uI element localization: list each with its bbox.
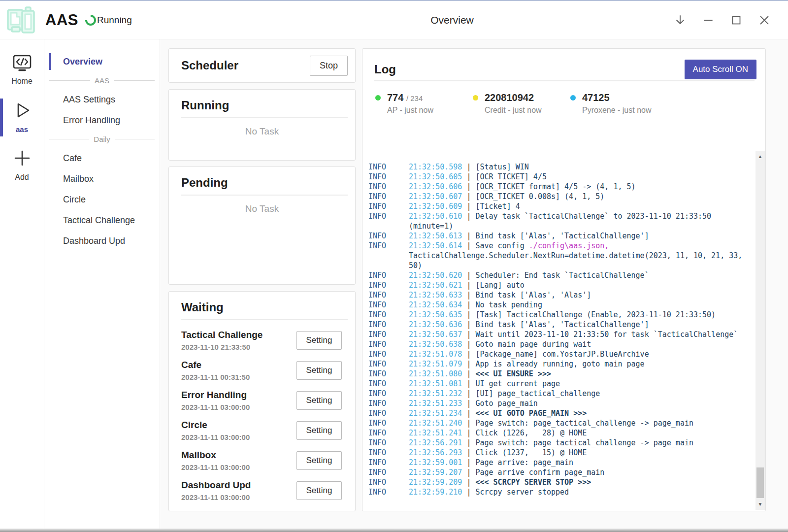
log-timestamp: 21:32:59.210 [409,488,462,497]
waiting-task-name: Mailbox [181,450,250,461]
log-message: Save config [475,241,528,250]
log-separator: | [462,468,475,477]
scroll-up-icon[interactable]: ▲ [755,152,765,161]
divider [181,195,348,196]
log-timestamp: 21:32:51.234 [409,409,462,418]
log-entry: INFO21:32:50.633 | Bind task ['Alas', 'A… [368,290,749,300]
log-message: <<< UI ENSURE >>> [475,369,551,378]
plus-icon [12,148,32,170]
section-line [49,139,89,139]
log-level: INFO [368,369,409,379]
log-separator: | [462,419,475,428]
setting-button[interactable]: Setting [296,391,342,410]
log-timestamp: 21:32:59.207 [409,468,462,477]
log-separator: | [462,192,475,201]
code-monitor-icon [12,54,33,74]
log-entry: INFO21:32:50.614 | Save config ./config\… [368,241,749,270]
log-separator: | [462,163,475,171]
log-entry: INFO21:32:50.638 | Goto main page during… [368,339,749,349]
pending-title: Pending [169,176,355,190]
run-status: Running [85,15,132,26]
log-level: INFO [368,389,409,399]
waiting-task-info: Cafe2023-11-11 00:31:50 [181,360,250,381]
waiting-title: Waiting [169,300,355,314]
stop-button[interactable]: Stop [310,56,348,76]
rail-item-aas[interactable]: aas [0,98,44,137]
setting-button[interactable]: Setting [296,361,342,380]
download-icon[interactable] [674,14,686,26]
app-window: AAS Running Overview HomeaasAdd Overview… [0,0,788,532]
log-level: INFO [368,201,409,211]
log-entry-content: 21:32:50.610 | Delay task `TacticalChall… [409,211,749,231]
waiting-task-time: 2023-11-11 03:00:00 [181,403,250,411]
log-message: <<< SCRCPY SERVER STOP >>> [475,478,591,487]
rail-item-label: Add [15,173,29,182]
log-message: Scrcpy server stopped [475,488,569,497]
log-separator: | [462,241,475,250]
sidebar-item-tactical-challenge[interactable]: Tactical Challenge [44,210,160,231]
sidebar-item-mailbox[interactable]: Mailbox [44,168,160,189]
log-entry-content: 21:32:50.606 | [OCR_TICKET format] 4/5 -… [409,182,749,192]
log-entry-content: 21:32:51.232 | [UI] page_tactical_challe… [409,389,749,399]
stat-dot-icon [473,95,478,100]
log-separator: | [462,409,475,418]
scroll-thumb[interactable] [756,467,764,498]
log-timestamp: 21:32:50.636 [409,320,462,329]
log-timestamp: 21:32:59.001 [409,458,462,467]
log-timestamp: 21:32:51.080 [409,369,462,378]
log-entry: INFO21:32:50.635 | [Task] TacticalChalle… [368,310,749,320]
rail-item-home[interactable]: Home [0,51,44,90]
log-message: [Package_name] com.YostarJP.BlueArchive [475,350,649,359]
log-separator: | [462,478,475,487]
waiting-task-name: Circle [181,420,250,431]
sidebar-item-cafe[interactable]: Cafe [44,148,160,168]
rail-item-label: Home [11,77,33,86]
scheduler-card: Scheduler Stop [168,48,356,83]
stat-dot-icon [570,95,576,100]
setting-button[interactable]: Setting [296,331,342,350]
waiting-task-time: 2023-11-11 03:00:00 [181,493,251,501]
sidebar-item-error-handling[interactable]: Error Handling [44,110,160,131]
waiting-task-info: Dashboard Upd2023-11-11 03:00:00 [181,480,251,501]
rail-item-add[interactable]: Add [0,145,44,186]
auto-scroll-button[interactable]: Auto Scroll ON [685,60,756,79]
log-entry-content: 21:32:59.209 | <<< SCRCPY SERVER STOP >>… [409,477,749,487]
waiting-task-name: Error Handling [181,390,250,400]
log-level: INFO [368,477,409,487]
sidebar-item-aas-settings[interactable]: AAS Settings [44,89,160,110]
log-entry: INFO21:32:50.621 | [Lang] auto [368,280,749,290]
log-entry: INFO21:32:50.598 | [Status] WIN [368,162,749,172]
log-message: Goto main page during wait [475,340,591,349]
log-entry: INFO21:32:50.610 | Delay task `TacticalC… [368,211,749,231]
log-entry: INFO21:32:59.001 | Page arrive: page_mai… [368,458,749,467]
log-entry: INFO21:32:59.210 | Scrcpy server stopped [368,487,749,497]
log-level: INFO [368,359,409,369]
divider [181,117,348,118]
log-entry-content: 21:32:50.614 | Save config ./config\aas.… [409,241,749,270]
running-empty-text: No Task [169,126,355,137]
close-icon[interactable] [758,14,770,26]
main-area: Scheduler Stop Running No Task Pending N… [160,39,788,529]
sidebar-item-dashboard-upd[interactable]: Dashboard Upd [44,231,160,251]
setting-button[interactable]: Setting [296,451,342,470]
log-title: Log [374,63,396,76]
log-level: INFO [368,162,409,172]
waiting-task-time: 2023-11-11 03:00:00 [181,433,250,441]
sidebar-item-circle[interactable]: Circle [44,189,160,210]
minimize-icon[interactable] [702,14,714,26]
log-timestamp: 21:32:50.634 [409,300,462,309]
log-entry-content: 21:32:51.241 | Click (1226, 28) @ HOME [409,428,749,438]
log-scrollbar[interactable]: ▲ ▼ [755,151,765,510]
left-rail: HomeaasAdd [0,39,44,529]
pending-card: Pending No Task [168,166,356,285]
log-message: [Status] WIN [475,163,528,171]
sidebar-item-overview[interactable]: Overview [44,51,160,72]
log-entry: INFO21:32:50.613 | Bind task ['Alas', 'T… [368,231,749,241]
maximize-icon[interactable] [730,14,742,26]
titlebar: AAS Running Overview [0,1,788,39]
setting-button[interactable]: Setting [296,421,342,440]
log-view[interactable]: INFO21:32:50.598 | [Status] WININFO21:32… [362,150,765,511]
scroll-down-icon[interactable]: ▼ [755,500,765,509]
log-entry-content: 21:32:59.207 | Page arrive confirm page_… [409,467,749,477]
setting-button[interactable]: Setting [296,481,342,500]
